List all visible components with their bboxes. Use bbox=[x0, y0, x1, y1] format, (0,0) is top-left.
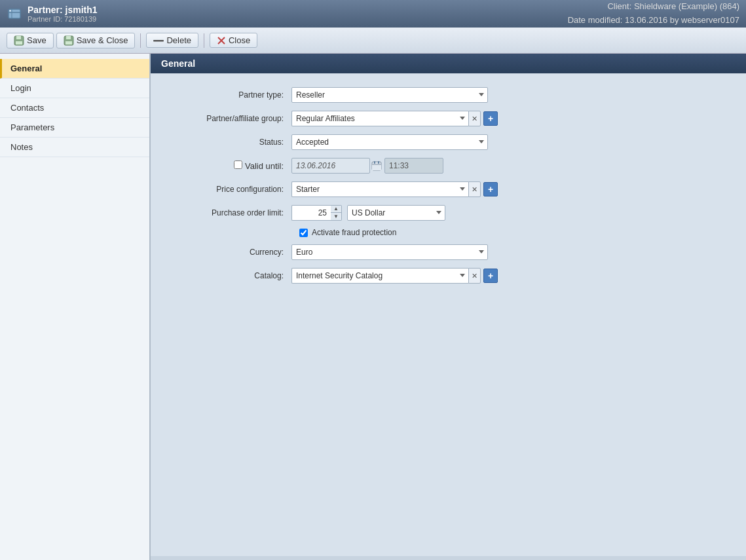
sidebar-item-notes[interactable]: Notes bbox=[0, 138, 149, 157]
partner-icon bbox=[7, 6, 22, 22]
save-close-button[interactable]: Save & Close bbox=[56, 33, 136, 48]
price-config-clear-button[interactable]: ✕ bbox=[468, 181, 481, 197]
sidebar-item-general[interactable]: General bbox=[0, 59, 149, 79]
save-button[interactable]: Save bbox=[7, 33, 54, 48]
delete-label: Delete bbox=[166, 35, 191, 45]
catalog-add-button[interactable]: + bbox=[483, 269, 498, 283]
catalog-clear-button[interactable]: ✕ bbox=[468, 268, 481, 284]
partner-group-clear-button[interactable]: ✕ bbox=[468, 111, 481, 126]
delete-button[interactable]: Delete bbox=[146, 33, 198, 48]
purchase-order-control: ▲ ▼ US Dollar bbox=[291, 205, 445, 221]
date-info: Date modified: 13.06.2016 by webserver01… bbox=[568, 14, 739, 28]
catalog-label: Catalog: bbox=[170, 271, 291, 280]
status-select[interactable]: Accepted bbox=[291, 134, 488, 150]
save-close-label: Save & Close bbox=[77, 35, 128, 45]
fraud-protection-checkbox[interactable] bbox=[299, 229, 308, 237]
save-label: Save bbox=[27, 35, 47, 45]
save-icon bbox=[14, 35, 24, 46]
status-row: Status: Accepted bbox=[170, 134, 726, 151]
title-text: Partner: jsmith1 Partner ID: 72180139 bbox=[28, 5, 98, 23]
toolbar-separator-2 bbox=[204, 33, 204, 48]
purchase-currency-select[interactable]: US Dollar bbox=[347, 205, 445, 221]
price-config-select[interactable]: Starter bbox=[291, 181, 468, 197]
valid-until-checkbox[interactable] bbox=[234, 160, 242, 169]
currency-label: Currency: bbox=[170, 248, 291, 257]
partner-group-control: Regular Affiliates ✕ bbox=[291, 111, 481, 126]
partner-group-row: Partner/affiliate group: Regular Affilia… bbox=[170, 110, 726, 127]
sidebar-notes-label: Notes bbox=[10, 142, 33, 152]
price-config-control: Starter ✕ bbox=[291, 181, 481, 197]
price-config-add-button[interactable]: + bbox=[483, 182, 498, 196]
client-value: Shieldware (Example) (864) bbox=[634, 1, 739, 11]
price-config-row: Price configuration: Starter ✕ + bbox=[170, 181, 726, 198]
valid-until-row: Valid until: bbox=[170, 157, 726, 174]
svg-rect-16 bbox=[374, 161, 375, 164]
fraud-protection-label: Activate fraud protection bbox=[312, 228, 396, 237]
sidebar-general-label: General bbox=[10, 64, 42, 73]
catalog-row: Catalog: Internet Security Catalog ✕ + bbox=[170, 267, 726, 284]
main-layout: General Login Contacts Parameters Notes … bbox=[0, 54, 746, 560]
close-icon bbox=[217, 36, 226, 45]
save-close-icon bbox=[64, 35, 74, 46]
svg-rect-8 bbox=[66, 36, 71, 39]
date-value: 13.06.2016 by webserver0107 bbox=[625, 15, 739, 25]
catalog-control: Internet Security Catalog ✕ bbox=[291, 268, 481, 284]
purchase-order-label: Purchase order limit: bbox=[170, 208, 291, 217]
content-header: General bbox=[151, 54, 746, 73]
partner-type-label: Partner type: bbox=[170, 90, 291, 100]
partner-type-select[interactable]: Reseller bbox=[291, 87, 488, 103]
title-bar-right: Client: Shieldware (Example) (864) Date … bbox=[568, 0, 739, 28]
partner-group-label: Partner/affiliate group: bbox=[170, 114, 291, 123]
catalog-select[interactable]: Internet Security Catalog bbox=[291, 268, 468, 284]
sidebar-parameters-label: Parameters bbox=[10, 122, 54, 132]
valid-until-label: Valid until: bbox=[170, 160, 291, 171]
svg-rect-10 bbox=[153, 40, 164, 42]
price-config-label: Price configuration: bbox=[170, 185, 291, 194]
sidebar-item-parameters[interactable]: Parameters bbox=[0, 118, 149, 138]
partner-group-select[interactable]: Regular Affiliates bbox=[291, 111, 468, 126]
currency-select[interactable]: Euro bbox=[291, 244, 488, 260]
sidebar: General Login Contacts Parameters Notes bbox=[0, 54, 151, 560]
svg-point-3 bbox=[10, 10, 11, 12]
sidebar-login-label: Login bbox=[10, 83, 31, 93]
valid-until-time-input[interactable] bbox=[384, 158, 443, 174]
date-label: Date modified: bbox=[568, 15, 623, 25]
purchase-spinner: ▲ ▼ bbox=[331, 205, 342, 221]
close-button[interactable]: Close bbox=[210, 33, 257, 48]
title-bar: Partner: jsmith1 Partner ID: 72180139 Cl… bbox=[0, 0, 746, 28]
purchase-order-input[interactable] bbox=[291, 205, 331, 221]
partner-group-add-button[interactable]: + bbox=[483, 111, 498, 126]
delete-icon bbox=[153, 39, 164, 42]
currency-row: Currency: Euro bbox=[170, 244, 726, 261]
title-sub: Partner ID: 72180139 bbox=[28, 15, 98, 23]
valid-until-date-input[interactable] bbox=[291, 158, 370, 174]
client-label: Client: bbox=[607, 1, 631, 11]
client-info: Client: Shieldware (Example) (864) bbox=[568, 0, 739, 14]
purchase-order-row: Purchase order limit: ▲ ▼ US Dollar bbox=[170, 204, 726, 221]
svg-rect-5 bbox=[16, 36, 21, 39]
sidebar-contacts-label: Contacts bbox=[10, 103, 44, 113]
partner-type-row: Partner type: Reseller bbox=[170, 86, 726, 103]
svg-rect-9 bbox=[65, 41, 72, 45]
close-label: Close bbox=[229, 35, 250, 45]
fraud-protection-row: Activate fraud protection bbox=[299, 228, 726, 237]
toolbar: Save Save & Close Delete Close bbox=[0, 28, 746, 54]
svg-rect-17 bbox=[378, 161, 379, 164]
purchase-number-wrap: ▲ ▼ bbox=[291, 205, 342, 221]
sidebar-item-contacts[interactable]: Contacts bbox=[0, 98, 149, 118]
form-body: Partner type: Reseller Partner/affiliate… bbox=[151, 73, 746, 556]
purchase-increment-button[interactable]: ▲ bbox=[331, 206, 341, 213]
sidebar-item-login[interactable]: Login bbox=[0, 79, 149, 98]
title-main: Partner: jsmith1 bbox=[28, 5, 98, 15]
purchase-decrement-button[interactable]: ▼ bbox=[331, 213, 341, 220]
toolbar-separator-1 bbox=[140, 33, 141, 48]
title-bar-left: Partner: jsmith1 Partner ID: 72180139 bbox=[7, 5, 98, 23]
svg-rect-6 bbox=[16, 41, 22, 45]
content-area: General Partner type: Reseller Partner/a… bbox=[151, 54, 746, 560]
status-label: Status: bbox=[170, 138, 291, 147]
calendar-icon[interactable] bbox=[371, 160, 382, 171]
